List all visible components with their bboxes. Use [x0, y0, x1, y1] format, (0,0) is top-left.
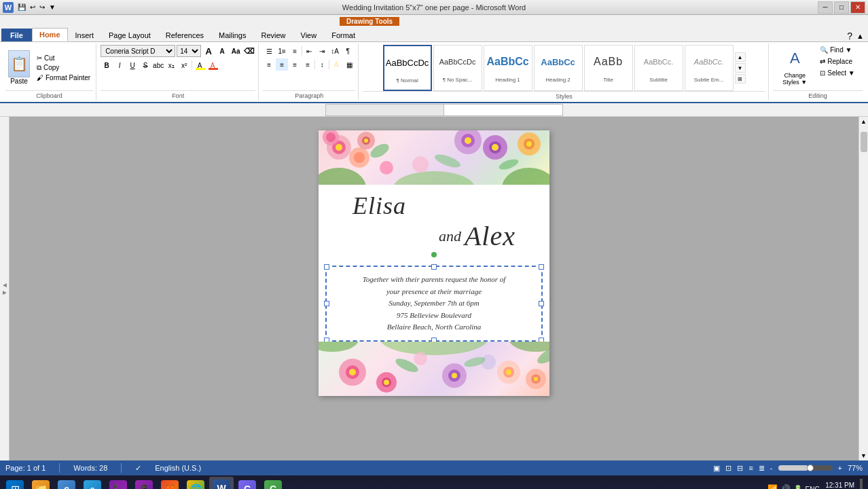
phone-button[interactable]: 📱 [132, 477, 156, 489]
shrink-font-button[interactable]: A [216, 45, 228, 57]
cut-button[interactable]: ✂ Cut [34, 54, 93, 62]
bold-button[interactable]: B [101, 59, 113, 71]
view-draft-icon[interactable]: ≣ [759, 464, 765, 473]
zoom-slider[interactable] [778, 465, 833, 471]
scroll-up-arrow[interactable]: ▲ [859, 117, 868, 126]
scrollbar[interactable]: ▲ ▼ [858, 117, 868, 460]
tab-review[interactable]: Review [253, 29, 293, 41]
tab-references[interactable]: References [158, 29, 211, 41]
style-normal[interactable]: AaBbCcDc ¶ Normal [383, 45, 432, 91]
redo-icon[interactable]: ↪ [39, 3, 45, 11]
handle-middle-right[interactable] [539, 301, 544, 306]
styles-scroll-down[interactable]: ▼ [735, 63, 746, 73]
explorer-button[interactable]: 📁 [29, 477, 53, 489]
style-heading2[interactable]: AaBbCc Heading 2 [534, 45, 583, 91]
ie-button[interactable]: e [54, 477, 79, 489]
save-icon[interactable]: 💾 [18, 3, 26, 11]
subscript-button[interactable]: x₂ [165, 59, 177, 71]
paste-button[interactable]: 📋 Paste [5, 50, 33, 85]
view-web-icon[interactable]: ⊟ [737, 464, 743, 473]
lang-icon[interactable]: ENG [806, 486, 820, 490]
rotation-handle[interactable] [431, 252, 437, 257]
show-desktop-button[interactable] [860, 479, 863, 489]
find-button[interactable]: 🔍 Find ▼ [817, 45, 857, 55]
customize-icon[interactable]: ▼ [49, 3, 56, 11]
close-button[interactable]: ✕ [850, 1, 865, 14]
numbering-button[interactable]: 1≡ [276, 45, 288, 57]
style-subtitle[interactable]: AaBbCc. Subtitle [634, 45, 683, 91]
style-title[interactable]: AaBb Title [584, 45, 633, 91]
view-fullscreen-icon[interactable]: ⊡ [725, 464, 731, 473]
increase-indent-button[interactable]: ⇥ [316, 45, 328, 57]
tab-insert[interactable]: Insert [68, 29, 102, 41]
format-painter-button[interactable]: 🖌 Format Painter [34, 73, 93, 82]
viber-button[interactable]: 📞 [106, 477, 130, 489]
battery-icon[interactable]: 🔋 [793, 485, 803, 490]
italic-button[interactable]: I [113, 59, 126, 71]
zoom-handle[interactable] [807, 465, 814, 471]
scroll-down-arrow[interactable]: ▼ [859, 452, 868, 459]
cortana-button[interactable]: C [235, 477, 259, 489]
handle-top-right[interactable] [539, 264, 544, 270]
clear-format-button[interactable]: ⌫ [243, 45, 255, 57]
word-button[interactable]: W [209, 477, 234, 489]
style-subtle-em[interactable]: AaBbCc. Subtle Em... [685, 45, 734, 91]
decrease-indent-button[interactable]: ⇤ [303, 45, 315, 57]
firefox-button[interactable]: 🦊 [158, 477, 182, 489]
invitation-text-box[interactable]: Together with their parents request the … [325, 266, 543, 342]
sort-button[interactable]: ↕A [329, 45, 341, 57]
show-marks-button[interactable]: ¶ [342, 45, 354, 57]
help-icon[interactable]: ? [847, 31, 852, 41]
superscript-button[interactable]: x² [178, 59, 190, 71]
tab-file[interactable]: File [1, 29, 32, 41]
clock[interactable]: 12:31 PM 2/1/2016 [825, 482, 854, 489]
view-outline-icon[interactable]: ≡ [748, 464, 753, 472]
ribbon-collapse-icon[interactable]: ▲ [856, 32, 864, 40]
tab-format[interactable]: Format [324, 29, 363, 41]
style-no-spacing[interactable]: AaBbCcDc ¶ No Spac... [433, 45, 482, 91]
undo-icon[interactable]: ↩ [30, 3, 35, 11]
start-button[interactable]: ⊞ [3, 477, 27, 489]
double-strikethrough-button[interactable]: abc [152, 59, 164, 71]
c-green-button[interactable]: C [261, 477, 285, 489]
replace-button[interactable]: ⇄ Replace [817, 56, 857, 67]
multilevel-button[interactable]: ≡ [289, 45, 301, 57]
align-right-button[interactable]: ≡ [289, 58, 301, 71]
styles-scroll-up[interactable]: ▲ [735, 52, 746, 62]
bullets-button[interactable]: ☰ [263, 45, 275, 57]
font-name-select[interactable]: Coneria Script D [101, 45, 175, 57]
handle-top-left[interactable] [324, 264, 329, 270]
zoom-in-icon[interactable]: + [838, 464, 842, 472]
text-highlight-button[interactable]: A [194, 59, 206, 71]
edge-button[interactable]: e [80, 477, 105, 489]
align-center-button[interactable]: ≡ [276, 58, 288, 71]
justify-button[interactable]: ≡ [302, 58, 314, 71]
font-color-button[interactable]: A [206, 59, 219, 71]
change-case-button[interactable]: Aa [230, 45, 242, 57]
tab-mailings[interactable]: Mailings [211, 29, 253, 41]
chrome-button[interactable]: 🌐 [183, 477, 208, 489]
minimize-button[interactable]: ─ [818, 1, 833, 14]
select-button[interactable]: ⊡ Select ▼ [817, 68, 857, 78]
strikethrough-button[interactable]: S [139, 59, 151, 71]
zoom-out-icon[interactable]: - [770, 464, 773, 472]
shading-button[interactable]: A [330, 58, 342, 71]
style-heading1[interactable]: AaBbCc Heading 1 [484, 45, 532, 91]
volume-icon[interactable]: 🔊 [780, 484, 791, 489]
copy-button[interactable]: ⧉ Copy [34, 63, 93, 73]
handle-middle-left[interactable] [324, 301, 329, 306]
network-icon[interactable]: 📶 [767, 484, 778, 489]
line-spacing-button[interactable]: ↕ [316, 58, 328, 71]
change-styles-button[interactable]: A ChangeStyles ▼ [778, 45, 812, 86]
view-print-icon[interactable]: ▣ [713, 464, 720, 473]
tab-view[interactable]: View [293, 29, 325, 41]
tab-home[interactable]: Home [32, 28, 68, 41]
grow-font-button[interactable]: A [202, 45, 215, 57]
styles-expand[interactable]: ⊞ [735, 74, 746, 84]
maximize-button[interactable]: □ [834, 1, 849, 14]
align-left-button[interactable]: ≡ [263, 58, 275, 71]
scroll-thumb[interactable] [861, 132, 867, 152]
handle-top-center[interactable] [431, 264, 437, 270]
font-size-select[interactable]: 14 [177, 45, 201, 57]
tab-page-layout[interactable]: Page Layout [101, 29, 158, 41]
